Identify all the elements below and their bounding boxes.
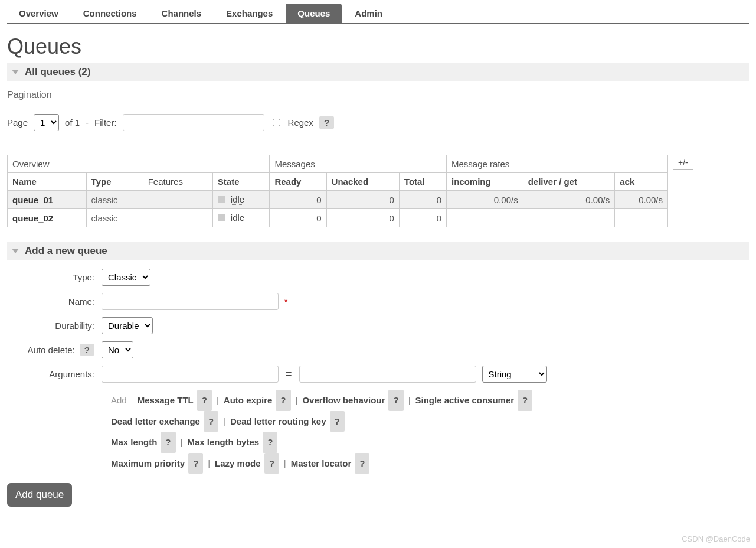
- regex-checkbox[interactable]: [273, 119, 280, 126]
- separator-icon: |: [296, 395, 298, 405]
- durability-select[interactable]: Durable: [102, 317, 153, 334]
- tab-overview[interactable]: Overview: [7, 4, 70, 23]
- col-unacked[interactable]: Unacked: [326, 173, 399, 191]
- col-deliver-get[interactable]: deliver / get: [523, 173, 615, 191]
- section-all-queues-label: All queues (2): [25, 66, 90, 78]
- queue-ready: 0: [270, 209, 326, 227]
- filter-label: Filter:: [94, 118, 117, 128]
- page-label: Page: [7, 118, 28, 128]
- queue-incoming: [446, 209, 523, 227]
- columns-toggle-button[interactable]: +/-: [673, 155, 693, 170]
- shortcut-link[interactable]: Dead letter routing key: [230, 416, 326, 426]
- shortcut-help-icon[interactable]: ?: [330, 411, 345, 432]
- pagination-controls: Page 1 of 1 - Filter: Regex ?: [7, 114, 749, 131]
- page-title: Queues: [7, 34, 749, 59]
- durability-label: Durability:: [7, 321, 102, 331]
- section-add-queue[interactable]: Add a new queue: [7, 242, 749, 260]
- separator-icon: |: [223, 416, 225, 426]
- col-features[interactable]: Features: [143, 173, 212, 191]
- argument-shortcuts: AddMessage TTL?|Auto expire?|Overflow be…: [111, 390, 654, 474]
- main-tabs: Overview Connections Channels Exchanges …: [7, 4, 749, 24]
- col-incoming[interactable]: incoming: [446, 173, 523, 191]
- argument-value-input[interactable]: [299, 366, 476, 383]
- equals-icon: =: [284, 368, 293, 380]
- group-overview: Overview: [8, 155, 270, 173]
- queue-type: classic: [86, 191, 143, 209]
- shortcut-link[interactable]: Master locator: [291, 458, 352, 468]
- queues-table: Overview Messages Message rates Name Typ…: [7, 155, 668, 227]
- shortcut-help-icon[interactable]: ?: [263, 432, 277, 453]
- queue-name-link[interactable]: queue_02: [8, 209, 87, 227]
- col-type[interactable]: Type: [86, 173, 143, 191]
- autodelete-label: Auto delete:: [28, 345, 75, 355]
- table-row: queue_01classicidle0000.00/s0.00/s0.00/s: [8, 191, 668, 209]
- shortcut-link[interactable]: Lazy mode: [215, 458, 261, 468]
- name-input[interactable]: [102, 293, 279, 310]
- type-label: Type:: [7, 272, 102, 282]
- separator-icon: |: [181, 437, 183, 447]
- col-name[interactable]: Name: [8, 173, 87, 191]
- shortcut-help-icon[interactable]: ?: [204, 411, 218, 432]
- shortcut-link[interactable]: Dead letter exchange: [111, 416, 200, 426]
- caret-down-icon: [12, 249, 19, 253]
- shortcut-help-icon[interactable]: ?: [197, 390, 212, 411]
- shortcut-help-icon[interactable]: ?: [161, 432, 175, 453]
- table-row: queue_02classicidle000: [8, 209, 668, 227]
- shortcut-help-icon[interactable]: ?: [388, 390, 403, 411]
- shortcut-link[interactable]: Auto expire: [224, 395, 273, 405]
- regex-help-icon[interactable]: ?: [319, 116, 334, 129]
- section-add-queue-label: Add a new queue: [25, 245, 107, 257]
- tab-exchanges[interactable]: Exchanges: [214, 4, 284, 23]
- group-message-rates: Message rates: [446, 155, 667, 173]
- autodelete-help-icon[interactable]: ?: [80, 344, 94, 356]
- tab-queues[interactable]: Queues: [286, 4, 342, 23]
- page-select[interactable]: 1: [34, 114, 59, 131]
- shortcut-link[interactable]: Single active consumer: [415, 395, 515, 405]
- queue-deliver-get: [523, 209, 615, 227]
- state-indicator-icon: [218, 214, 225, 221]
- shortcut-help-icon[interactable]: ?: [355, 453, 369, 474]
- section-all-queues[interactable]: All queues (2): [7, 63, 749, 81]
- add-queue-button[interactable]: Add queue: [7, 483, 72, 507]
- queue-ready: 0: [270, 191, 326, 209]
- queue-total: 0: [399, 191, 446, 209]
- queue-ack: [615, 209, 668, 227]
- argument-type-select[interactable]: String: [482, 366, 547, 383]
- tab-connections[interactable]: Connections: [71, 4, 149, 23]
- separator-icon: |: [217, 395, 219, 405]
- queue-total: 0: [399, 209, 446, 227]
- col-ack[interactable]: ack: [615, 173, 668, 191]
- col-total[interactable]: Total: [399, 173, 446, 191]
- shortcut-link[interactable]: Max length bytes: [187, 437, 259, 447]
- tab-admin[interactable]: Admin: [343, 4, 394, 23]
- shortcut-help-icon[interactable]: ?: [188, 453, 203, 474]
- queue-name-link[interactable]: queue_01: [8, 191, 87, 209]
- queue-deliver-get: 0.00/s: [523, 191, 615, 209]
- state-indicator-icon: [218, 196, 225, 203]
- shortcut-link[interactable]: Message TTL: [138, 395, 194, 405]
- shortcut-link[interactable]: Overflow behaviour: [302, 395, 385, 405]
- separator-icon: |: [208, 458, 210, 468]
- queue-unacked: 0: [326, 191, 399, 209]
- type-select[interactable]: Classic: [102, 269, 150, 286]
- pagination-dash: -: [86, 118, 89, 128]
- tab-channels[interactable]: Channels: [150, 4, 214, 23]
- name-label: Name:: [7, 296, 102, 306]
- shortcut-link[interactable]: Max length: [111, 437, 157, 447]
- queue-features: [143, 191, 212, 209]
- col-state[interactable]: State: [212, 173, 270, 191]
- pagination-heading: Pagination: [7, 90, 749, 103]
- argument-key-input[interactable]: [102, 366, 279, 383]
- arguments-label: Arguments:: [7, 369, 102, 379]
- queue-state: idle: [212, 209, 270, 227]
- add-shortcut-label: Add: [111, 395, 127, 405]
- queue-state: idle: [212, 191, 270, 209]
- autodelete-select[interactable]: No: [102, 341, 133, 358]
- filter-input[interactable]: [123, 114, 264, 131]
- col-ready[interactable]: Ready: [270, 173, 326, 191]
- shortcut-link[interactable]: Maximum priority: [111, 458, 185, 468]
- shortcut-help-icon[interactable]: ?: [276, 390, 290, 411]
- shortcut-help-icon[interactable]: ?: [264, 453, 279, 474]
- group-messages: Messages: [270, 155, 447, 173]
- shortcut-help-icon[interactable]: ?: [518, 390, 532, 411]
